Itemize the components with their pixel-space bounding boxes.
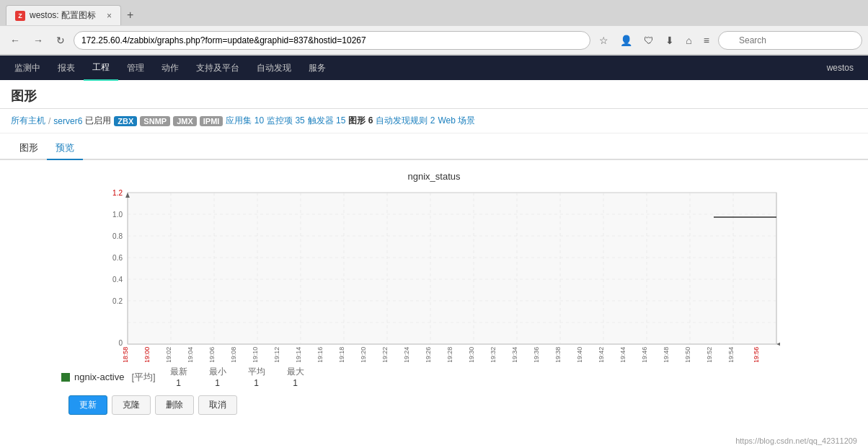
nav-actions[interactable]: 动作 — [153, 56, 187, 80]
legend-newest-label: 最新 — [170, 366, 187, 378]
legend-min: 最小 1 — [209, 366, 226, 388]
svg-text:19:48: 19:48 — [663, 347, 670, 362]
clone-button[interactable]: 克隆 — [112, 395, 151, 415]
breadcrumb-graphs[interactable]: 图形 6 — [348, 115, 373, 127]
svg-text:19:56: 19:56 — [753, 347, 760, 362]
legend-max-label: 最大 — [287, 366, 304, 378]
breadcrumb-monitors[interactable]: 监控项 35 — [267, 115, 305, 127]
chart-svg: 1.2 1.0 0.8 0.6 0.4 0.2 0 18:58 19:00 19… — [88, 189, 780, 362]
nav-reports[interactable]: 报表 — [49, 56, 84, 80]
search-container: 🔍 — [718, 31, 862, 50]
svg-text:19:22: 19:22 — [381, 347, 389, 362]
legend-newest: 最新 1 — [170, 366, 187, 388]
tab-preview[interactable]: 预览 — [47, 137, 83, 160]
breadcrumb-apps[interactable]: 应用集 10 — [226, 115, 264, 127]
svg-text:18:58: 18:58 — [122, 347, 129, 362]
svg-text:19:26: 19:26 — [425, 347, 432, 362]
svg-text:0.4: 0.4 — [112, 276, 123, 284]
back-button[interactable]: ← — [6, 33, 25, 48]
zabbix-nav: 监测中 报表 工程 管理 动作 支持及平台 自动发现 服务 westos — [0, 56, 868, 80]
legend-min-val: 1 — [215, 378, 220, 388]
tab-graphs[interactable]: 图形 — [11, 137, 47, 160]
address-bar: ← → ↻ ☆ 👤 🛡 ⬇ ⌂ ≡ 🔍 — [0, 26, 868, 55]
legend-avg-val: 1 — [254, 378, 259, 388]
svg-text:19:30: 19:30 — [468, 347, 475, 362]
tab-bar: Z westos: 配置图标 × + — [0, 0, 868, 26]
home-icon[interactable]: ⌂ — [681, 33, 696, 48]
account-icon[interactable]: 👤 — [616, 33, 637, 48]
nav-configuration[interactable]: 工程 — [84, 56, 118, 81]
legend-max: 最大 1 — [287, 366, 304, 388]
legend-min-label: 最小 — [209, 366, 226, 378]
legend-color-swatch — [61, 373, 70, 382]
breadcrumb-web[interactable]: Web 场景 — [438, 115, 475, 127]
nav-admin[interactable]: 管理 — [118, 56, 153, 80]
svg-text:19:42: 19:42 — [598, 347, 605, 362]
svg-text:19:36: 19:36 — [533, 347, 540, 362]
toolbar-icons: ☆ 👤 🛡 ⬇ ⌂ ≡ — [595, 33, 714, 48]
cancel-button[interactable]: 取消 — [198, 395, 237, 415]
menu-icon[interactable]: ≡ — [699, 33, 714, 48]
nav-monitoring[interactable]: 监测中 — [6, 56, 49, 80]
badge-zbx: ZBX — [114, 116, 137, 126]
nav-discovery[interactable]: 自动发现 — [248, 56, 300, 80]
svg-text:0: 0 — [118, 339, 123, 347]
svg-marker-64 — [776, 342, 780, 346]
search-input[interactable] — [718, 31, 862, 50]
svg-text:19:20: 19:20 — [360, 347, 367, 362]
page-title: 图形 — [11, 89, 37, 103]
breadcrumb-discovery[interactable]: 自动发现规则 2 — [376, 115, 435, 127]
shield-icon[interactable]: 🛡 — [639, 33, 658, 48]
tab-close-button[interactable]: × — [107, 11, 112, 21]
svg-text:19:10: 19:10 — [252, 347, 259, 362]
footer-watermark: https://blog.csdn.net/qq_42311209 — [735, 436, 857, 445]
forward-button[interactable]: → — [29, 33, 48, 48]
svg-text:19:54: 19:54 — [727, 347, 735, 362]
svg-text:19:38: 19:38 — [554, 347, 562, 362]
legend-newest-val: 1 — [176, 378, 181, 388]
svg-text:19:28: 19:28 — [446, 347, 453, 362]
action-buttons: 更新 克隆 删除 取消 — [11, 388, 857, 422]
breadcrumb-tags: ZBX SNMP JMX IPMI — [114, 116, 223, 126]
nav-support[interactable]: 支持及平台 — [187, 56, 248, 80]
download-icon[interactable]: ⬇ — [661, 33, 678, 48]
new-tab-button[interactable]: + — [121, 6, 139, 25]
chart-legend: ngnix-active [平均] 最新 1 最小 1 平均 1 最大 — [11, 366, 857, 388]
legend-item-name: ngnix-active — [74, 372, 124, 382]
tab-title: westos: 配置图标 — [30, 9, 102, 22]
svg-text:19:46: 19:46 — [641, 347, 648, 362]
url-input[interactable] — [74, 31, 590, 50]
svg-text:1.2: 1.2 — [112, 189, 123, 197]
svg-text:19:32: 19:32 — [490, 347, 497, 362]
legend-stats: 最新 1 最小 1 平均 1 最大 1 — [170, 366, 304, 388]
bookmark-icon[interactable]: ☆ — [595, 33, 613, 48]
breadcrumb-sep1: / — [48, 116, 50, 126]
legend-avg: 平均 1 — [248, 366, 265, 388]
svg-text:19:14: 19:14 — [295, 347, 302, 362]
browser-chrome: Z westos: 配置图标 × + ← → ↻ ☆ 👤 🛡 ⬇ ⌂ ≡ 🔍 — [0, 0, 868, 56]
update-button[interactable]: 更新 — [68, 395, 107, 415]
chart-title: ngnix_status — [11, 171, 857, 182]
svg-text:19:50: 19:50 — [684, 347, 691, 362]
active-tab: Z westos: 配置图标 × — [6, 5, 121, 25]
svg-text:19:02: 19:02 — [165, 347, 172, 362]
svg-text:19:24: 19:24 — [403, 347, 410, 362]
breadcrumb-triggers[interactable]: 触发器 15 — [308, 115, 346, 127]
delete-button[interactable]: 删除 — [155, 395, 194, 415]
breadcrumb: 所有主机 / server6 已启用 ZBX SNMP JMX IPMI 应用集… — [0, 109, 868, 133]
svg-text:19:40: 19:40 — [576, 347, 583, 362]
breadcrumb-all-hosts[interactable]: 所有主机 — [11, 115, 45, 127]
svg-text:19:04: 19:04 — [187, 347, 194, 362]
svg-text:19:52: 19:52 — [706, 347, 713, 362]
legend-avg-label: [平均] — [131, 371, 155, 384]
refresh-button[interactable]: ↻ — [52, 33, 69, 48]
breadcrumb-enabled: 已启用 — [85, 115, 111, 127]
breadcrumb-host[interactable]: server6 — [53, 116, 82, 126]
svg-text:19:34: 19:34 — [511, 347, 518, 362]
chart-container: 1.2 1.0 0.8 0.6 0.4 0.2 0 18:58 19:00 19… — [11, 189, 857, 362]
svg-text:1.0: 1.0 — [112, 211, 123, 219]
page-footer: https://blog.csdn.net/qq_42311209 — [0, 433, 868, 448]
svg-text:19:16: 19:16 — [316, 347, 324, 362]
svg-text:19:18: 19:18 — [338, 347, 345, 362]
nav-services[interactable]: 服务 — [300, 56, 335, 80]
